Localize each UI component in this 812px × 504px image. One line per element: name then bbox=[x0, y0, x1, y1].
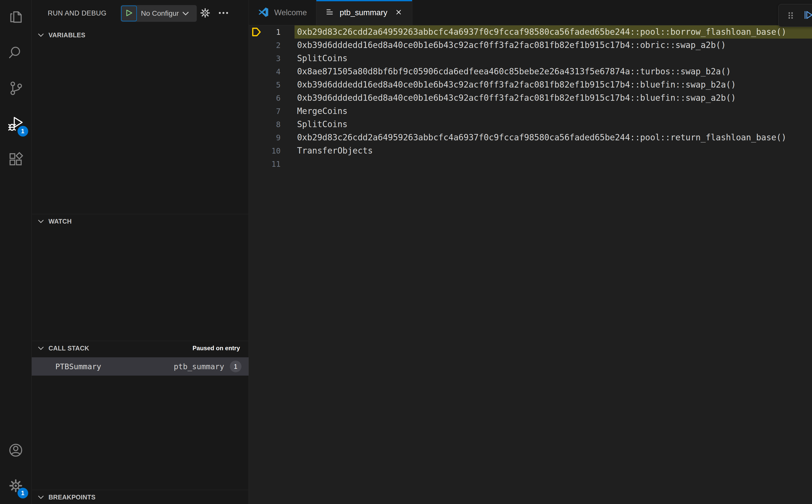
breakpoints-section-header[interactable]: BREAKPOINTS bbox=[32, 490, 248, 504]
continue-icon bbox=[803, 9, 812, 22]
code-lines: 10xb29d83c26cdd2a64959263abbcfc4a6937f0c… bbox=[249, 25, 812, 171]
code-line[interactable]: 50xb39d6dddedd16ed8a40ce0b1e6b43c92acf0f… bbox=[249, 78, 812, 91]
line-number[interactable]: 6 bbox=[264, 94, 280, 103]
sidebar-header: RUN AND DEBUG No Configur bbox=[32, 0, 248, 27]
close-icon bbox=[395, 9, 402, 16]
pause-status-badge: Paused on entry bbox=[192, 345, 240, 352]
gear-icon bbox=[199, 7, 211, 20]
debug-config-dropdown[interactable]: No Configur bbox=[121, 5, 197, 22]
line-number[interactable]: 7 bbox=[264, 107, 280, 116]
code-line[interactable]: 7MergeCoins bbox=[249, 105, 812, 118]
gripper-icon[interactable] bbox=[783, 8, 798, 23]
section-label: WATCH bbox=[48, 218, 72, 225]
chevron-down-icon bbox=[37, 495, 44, 500]
sidebar-item-source-control[interactable] bbox=[0, 71, 32, 107]
line-text[interactable]: 0xb39d6dddedd16ed8a40ce0b1e6b43c92acf0ff… bbox=[294, 39, 812, 52]
sidebar-item-search[interactable] bbox=[0, 36, 32, 71]
breakpoint-gutter[interactable] bbox=[249, 39, 264, 52]
line-number[interactable]: 3 bbox=[264, 54, 280, 63]
start-debugging-button[interactable] bbox=[121, 6, 137, 21]
frame-line-badge: 1 bbox=[230, 361, 241, 372]
line-number[interactable]: 10 bbox=[264, 146, 280, 155]
section-label: CALL STACK bbox=[48, 345, 89, 352]
line-text[interactable]: 0xb39d6dddedd16ed8a40ce0b1e6b43c92acf0ff… bbox=[294, 91, 812, 105]
vscode-window: 1 bbox=[0, 0, 812, 504]
line-text[interactable]: MergeCoins bbox=[294, 105, 812, 118]
vscode-logo-icon bbox=[258, 7, 269, 19]
line-text[interactable]: 0xb39d6dddedd16ed8a40ce0b1e6b43c92acf0ff… bbox=[294, 78, 812, 91]
breakpoint-gutter[interactable] bbox=[249, 78, 264, 91]
activity-bar: 1 bbox=[0, 0, 32, 504]
breakpoint-gutter[interactable] bbox=[249, 118, 264, 131]
code-line[interactable]: 11 bbox=[249, 157, 812, 171]
code-line[interactable]: 60xb39d6dddedd16ed8a40ce0b1e6b43c92acf0f… bbox=[249, 91, 812, 105]
more-actions-icon bbox=[218, 7, 229, 20]
code-line[interactable]: 3SplitCoins bbox=[249, 52, 812, 65]
breakpoint-gutter[interactable] bbox=[249, 91, 264, 105]
line-number[interactable]: 5 bbox=[264, 80, 280, 89]
code-line[interactable]: 20xb39d6dddedd16ed8a40ce0b1e6b43c92acf0f… bbox=[249, 39, 812, 52]
chevron-down-icon bbox=[37, 346, 44, 351]
frame-location: ptb_summary 1 bbox=[174, 361, 241, 372]
line-text[interactable]: SplitCoins bbox=[294, 52, 812, 65]
debug-sidebar: RUN AND DEBUG No Configur bbox=[32, 0, 249, 504]
more-actions-button[interactable] bbox=[216, 7, 230, 20]
line-number[interactable]: 9 bbox=[264, 133, 280, 142]
editor-group: Welcome ptb_summary bbox=[249, 0, 812, 504]
line-text[interactable]: 0xb29d83c26cdd2a64959263abbcfc4a6937f0c9… bbox=[294, 25, 812, 39]
source-control-icon bbox=[8, 80, 24, 97]
settings-badge: 1 bbox=[18, 488, 28, 498]
frame-file: ptb_summary bbox=[174, 362, 224, 371]
variables-section-header[interactable]: VARIABLES bbox=[32, 28, 248, 42]
line-number[interactable]: 4 bbox=[264, 67, 280, 76]
breakpoint-gutter[interactable] bbox=[249, 144, 264, 157]
extensions-icon bbox=[8, 152, 24, 168]
line-number[interactable]: 1 bbox=[264, 28, 280, 37]
sidebar-item-extensions[interactable] bbox=[0, 142, 32, 178]
code-line[interactable]: 10TransferObjects bbox=[249, 144, 812, 157]
line-number[interactable]: 8 bbox=[264, 120, 280, 129]
account-icon bbox=[8, 442, 24, 459]
tab-label: Welcome bbox=[274, 8, 307, 17]
watch-section-header[interactable]: WATCH bbox=[32, 214, 248, 228]
line-text[interactable]: 0x8ae871505a80d8bf6bf9c05906cda6edfeea46… bbox=[294, 65, 812, 78]
code-line[interactable]: 8SplitCoins bbox=[249, 118, 812, 131]
breakpoint-gutter[interactable] bbox=[249, 157, 264, 171]
tab-welcome[interactable]: Welcome bbox=[249, 0, 316, 25]
chevron-down-icon bbox=[37, 219, 44, 224]
files-icon bbox=[8, 9, 24, 26]
sidebar-item-explorer[interactable] bbox=[0, 0, 32, 36]
current-line-pointer-icon[interactable] bbox=[249, 25, 264, 39]
line-number[interactable]: 2 bbox=[264, 41, 280, 50]
code-line[interactable]: 90xb29d83c26cdd2a64959263abbcfc4a6937f0c… bbox=[249, 131, 812, 144]
line-number[interactable]: 11 bbox=[264, 160, 280, 169]
line-text[interactable]: SplitCoins bbox=[294, 118, 812, 131]
sidebar-item-run-and-debug[interactable]: 1 bbox=[0, 107, 32, 142]
breakpoint-gutter[interactable] bbox=[249, 131, 264, 144]
variables-section: VARIABLES bbox=[32, 28, 248, 42]
breakpoint-gutter[interactable] bbox=[249, 65, 264, 78]
sidebar-title: RUN AND DEBUG bbox=[48, 9, 107, 17]
section-label: VARIABLES bbox=[48, 31, 85, 39]
breakpoint-gutter[interactable] bbox=[249, 52, 264, 65]
code-line[interactable]: 40x8ae871505a80d8bf6bf9c05906cda6edfeea4… bbox=[249, 65, 812, 78]
debug-settings-button[interactable] bbox=[198, 7, 212, 20]
close-tab-button[interactable] bbox=[394, 8, 403, 17]
line-text[interactable] bbox=[294, 157, 812, 171]
search-icon bbox=[8, 45, 24, 62]
tab-bar: Welcome ptb_summary bbox=[249, 0, 812, 25]
call-stack-section-header[interactable]: CALL STACK Paused on entry bbox=[32, 341, 248, 355]
frame-name: PTBSummary bbox=[55, 362, 101, 371]
call-stack-frame-row[interactable]: PTBSummary ptb_summary 1 bbox=[32, 357, 248, 376]
account-button[interactable] bbox=[0, 433, 32, 468]
code-line[interactable]: 10xb29d83c26cdd2a64959263abbcfc4a6937f0c… bbox=[249, 25, 812, 39]
continue-button[interactable] bbox=[801, 8, 812, 23]
line-text[interactable]: 0xb29d83c26cdd2a64959263abbcfc4a6937f0c9… bbox=[294, 131, 812, 144]
line-text[interactable]: TransferObjects bbox=[294, 144, 812, 157]
manage-button[interactable]: 1 bbox=[0, 468, 32, 504]
code-editor[interactable]: 10xb29d83c26cdd2a64959263abbcfc4a6937f0c… bbox=[249, 25, 812, 504]
breakpoint-gutter[interactable] bbox=[249, 105, 264, 118]
debug-badge: 1 bbox=[18, 126, 28, 137]
tab-ptb-summary[interactable]: ptb_summary bbox=[316, 0, 413, 25]
breakpoints-section: BREAKPOINTS bbox=[32, 490, 248, 504]
